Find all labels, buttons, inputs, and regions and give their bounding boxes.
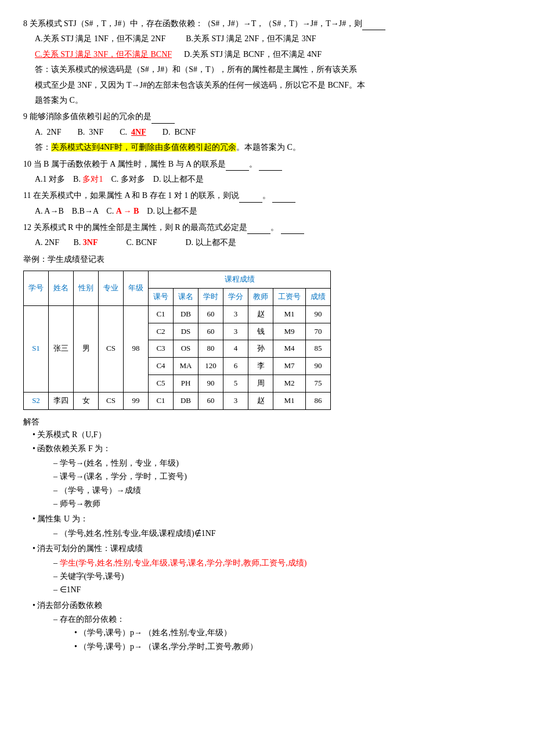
col-major: 专业 xyxy=(99,271,124,306)
col-salary-no: 工资号 xyxy=(273,289,306,306)
course-score: 70 xyxy=(306,323,331,340)
course-score: 86 xyxy=(306,392,331,409)
course-score: 90 xyxy=(306,305,331,323)
student-name-s1: 张三 xyxy=(49,305,74,392)
student-table-container: 学号 姓名 性别 专业 年级 课程成绩 课号 课名 学时 学分 教师 工资号 成… xyxy=(23,271,511,409)
course-teacher: 孙 xyxy=(248,340,273,358)
course-name: DB xyxy=(174,392,199,409)
course-credit: 4 xyxy=(223,340,248,358)
course-no: C3 xyxy=(149,340,174,358)
table-row: S1 张三 男 CS 98 C1 DB 60 3 赵 M1 90 xyxy=(24,305,331,323)
partial-dep-2: • （学号,课号）p→ （课名,学分,学时,工资号,教师） xyxy=(74,640,511,653)
q8-text: 8 关系模式 STJ（S#，T，J#）中，存在函数依赖：（S#，J#）→T，（S… xyxy=(23,17,511,30)
student-major-s1: CS xyxy=(99,305,124,392)
q10-text: 10 当 B 属于函数依赖于 A 属性时，属性 B 与 A 的联系是。 xyxy=(23,158,511,171)
example-label: 举例：学生成绩登记表 xyxy=(23,253,511,266)
course-salary: M4 xyxy=(273,340,306,358)
q12-options: A. 2NF B. 3NF C. BCNF D. 以上都不是 xyxy=(23,236,511,249)
col-year: 年级 xyxy=(124,271,149,306)
q8-answer2: 模式至少是 3NF，又因为 T→J#的左部未包含该关系的任何一候选码，所以它不是… xyxy=(23,79,511,92)
student-id-s2: S2 xyxy=(24,392,49,409)
course-teacher: 钱 xyxy=(248,323,273,340)
answer-item-2: • 函数依赖关系 F 为： xyxy=(33,442,511,455)
student-year-s1: 98 xyxy=(124,305,149,392)
partial-dep-1: • （学号,课号）p→ （姓名,性别,专业,年级） xyxy=(74,627,511,639)
course-teacher: 赵 xyxy=(248,392,273,409)
student-id-s1: S1 xyxy=(24,305,49,392)
course-no: C2 xyxy=(149,323,174,340)
question-11: 11 在关系模式中，如果属性 A 和 B 存在 1 对 1 的联系，则说。 A.… xyxy=(23,189,511,218)
student-table: 学号 姓名 性别 专业 年级 课程成绩 课号 课名 学时 学分 教师 工资号 成… xyxy=(23,271,331,409)
course-hours: 80 xyxy=(199,340,223,358)
answer-section: 解答 • 关系模式 R（U,F） • 函数依赖关系 F 为： – 学号→(姓名，… xyxy=(23,416,511,654)
answer-title: 解答 xyxy=(23,416,511,429)
col-course-name: 课名 xyxy=(174,289,199,306)
col-student-id: 学号 xyxy=(24,271,49,306)
q9-options: A. 2NF B. 3NF C. 4NF D. BCNF xyxy=(23,126,511,139)
course-salary: M2 xyxy=(273,375,306,393)
question-10: 10 当 B 属于函数依赖于 A 属性时，属性 B 与 A 的联系是。 A.1 … xyxy=(23,158,511,186)
course-name: DS xyxy=(174,323,199,340)
question-9: 9 能够消除多值依赖引起的冗余的是 A. 2NF B. 3NF C. 4NF D… xyxy=(23,110,511,154)
question-8: 8 关系模式 STJ（S#，T，J#）中，存在函数依赖：（S#，J#）→T，（S… xyxy=(23,17,511,107)
f-item-4: – 师号→教师 xyxy=(53,498,511,510)
course-teacher: 赵 xyxy=(248,305,273,323)
col-name: 姓名 xyxy=(49,271,74,306)
course-salary: M9 xyxy=(273,323,306,340)
col-gender: 性别 xyxy=(74,271,99,306)
col-course-score: 课程成绩 xyxy=(149,271,331,289)
q8-option-c: C.关系 STJ 满足 3NF，但不满足 BCNF D.关系 STJ 满足 BC… xyxy=(23,48,511,61)
course-name: MA xyxy=(174,358,199,375)
student-major-s2: CS xyxy=(99,392,124,409)
table-row: S2 李四 女 CS 99 C1 DB 60 3 赵 M1 86 xyxy=(24,392,331,409)
course-salary: M1 xyxy=(273,305,306,323)
course-salary: M7 xyxy=(273,358,306,375)
q8-option-a: A.关系 STJ 满足 1NF，但不满足 2NF B.关系 STJ 满足 2NF… xyxy=(23,33,511,45)
answer-item-4: • 消去可划分的属性：课程成绩 xyxy=(33,542,511,555)
student-name-s2: 李四 xyxy=(49,392,74,409)
partial-dep-label: – 存在的部分依赖： xyxy=(53,613,511,626)
col-course-no: 课号 xyxy=(149,289,174,306)
course-teacher: 周 xyxy=(248,375,273,393)
course-credit: 6 xyxy=(223,358,248,375)
answer-item-1: • 关系模式 R（U,F） xyxy=(33,429,511,441)
q8-answer: 答：该关系模式的候选码是（S#，J#）和（S#，T），所有的属性都是主属性，所有… xyxy=(23,63,511,76)
course-score: 90 xyxy=(306,358,331,375)
course-hours: 60 xyxy=(199,305,223,323)
col-credit: 学分 xyxy=(223,289,248,306)
course-hours: 60 xyxy=(199,392,223,409)
course-name: PH xyxy=(174,375,199,393)
question-12: 12 关系模式 R 中的属性全部是主属性，则 R 的最高范式必定是。 A. 2N… xyxy=(23,221,511,250)
q8-answer3: 题答案为 C。 xyxy=(23,94,511,107)
q11-options: A. A→B B.B→A C. A → B D. 以上都不是 xyxy=(23,205,511,218)
remove-item-1: – 学生(学号,姓名,性别,专业,年级,课号,课名,学分,学时,教师,工资号,成… xyxy=(53,557,511,570)
course-credit: 3 xyxy=(223,392,248,409)
course-no: C4 xyxy=(149,358,174,375)
course-credit: 3 xyxy=(223,323,248,340)
q10-options: A.1 对多 B. 多对1 C. 多对多 D. 以上都不是 xyxy=(23,173,511,186)
student-gender-s2: 女 xyxy=(74,392,99,409)
answer-content: • 关系模式 R（U,F） • 函数依赖关系 F 为： – 学号→(姓名，性别，… xyxy=(33,429,511,653)
course-hours: 120 xyxy=(199,358,223,375)
student-year-s2: 99 xyxy=(124,392,149,409)
f-item-1: – 学号→(姓名，性别，专业，年级) xyxy=(53,457,511,470)
course-score: 75 xyxy=(306,375,331,393)
course-credit: 5 xyxy=(223,375,248,393)
answer-item-5: • 消去部分函数依赖 xyxy=(33,599,511,612)
answer-item-3: • 属性集 U 为： xyxy=(33,513,511,525)
course-name: DB xyxy=(174,305,199,323)
student-gender-s1: 男 xyxy=(74,305,99,392)
course-salary: M1 xyxy=(273,392,306,409)
col-score: 成绩 xyxy=(306,289,331,306)
course-no: C1 xyxy=(149,305,174,323)
course-name: OS xyxy=(174,340,199,358)
course-no: C5 xyxy=(149,375,174,393)
course-score: 85 xyxy=(306,340,331,358)
u-item-1: – （学号,姓名,性别,专业,年级,课程成绩)∉1NF xyxy=(53,527,511,540)
q9-text: 9 能够消除多值依赖引起的冗余的是 xyxy=(23,110,511,123)
col-hours: 学时 xyxy=(199,289,223,306)
remove-item-3: – ∈1NF xyxy=(53,584,511,596)
f-item-3: – （学号，课号）→成绩 xyxy=(53,484,511,497)
course-hours: 90 xyxy=(199,375,223,393)
remove-item-2: – 关键字(学号,课号) xyxy=(53,570,511,583)
